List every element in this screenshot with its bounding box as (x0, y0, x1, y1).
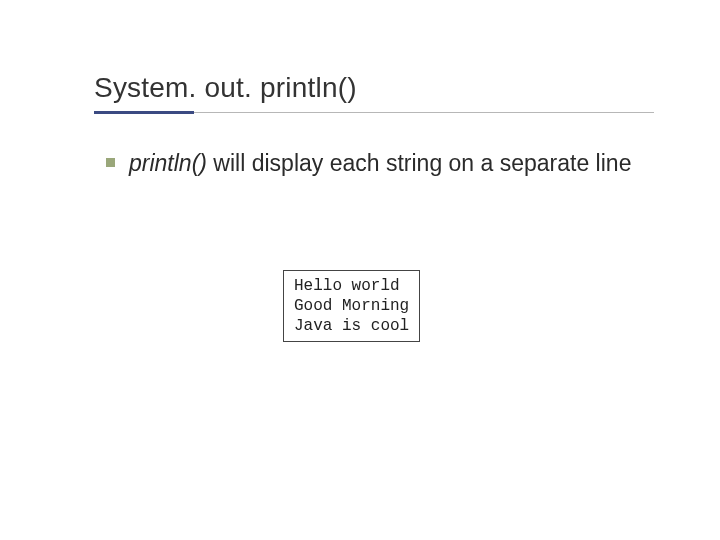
slide-title: System. out. println() (94, 72, 357, 104)
output-line-2: Good Morning (294, 297, 409, 315)
bullet-text: println() will display each string on a … (129, 148, 631, 179)
output-line-3: Java is cool (294, 317, 409, 335)
title-underline (94, 112, 654, 113)
output-line-1: Hello world (294, 277, 400, 295)
output-box: Hello world Good Morning Java is cool (283, 270, 420, 342)
square-bullet-icon (106, 158, 115, 167)
slide-body: println() will display each string on a … (106, 148, 646, 179)
slide: System. out. println() println() will di… (0, 0, 720, 540)
title-block: System. out. println() (94, 72, 357, 104)
bullet-item: println() will display each string on a … (106, 148, 646, 179)
bullet-rest: will display each string on a separate l… (207, 150, 631, 176)
method-name: println() (129, 150, 207, 176)
